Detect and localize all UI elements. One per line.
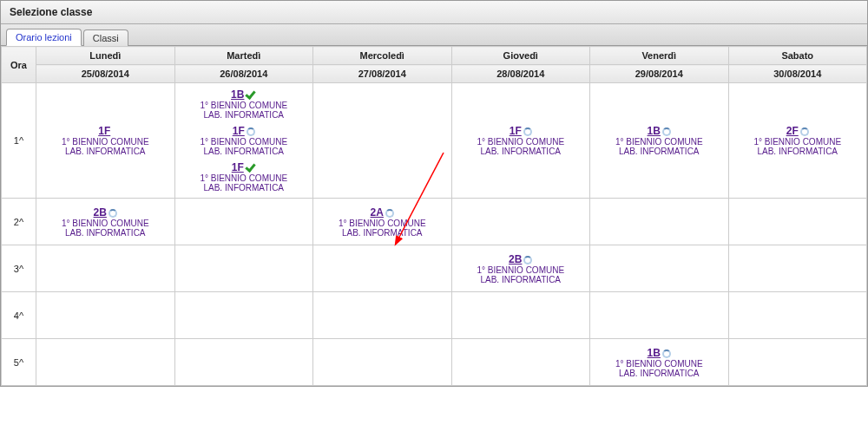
header-day-name: Giovedì: [451, 47, 590, 65]
tab-orario-lezioni[interactable]: Orario lezioni: [6, 29, 82, 46]
entry-line2: LAB. INFORMATICA: [177, 147, 312, 156]
header-day-date: 27/08/2014: [313, 65, 452, 83]
pending-icon: [108, 209, 117, 218]
entry-line2: LAB. INFORMATICA: [38, 147, 173, 156]
class-entry: 1F1° BIENNIO COMUNELAB. INFORMATICA: [38, 125, 173, 156]
header-day-date: 28/08/2014: [451, 65, 590, 83]
class-link[interactable]: 2F: [786, 125, 799, 137]
class-link[interactable]: 1F: [232, 161, 244, 173]
timetable-cell: 2A1° BIENNIO COMUNELAB. INFORMATICA: [313, 199, 452, 245]
timetable-cell: [313, 292, 452, 339]
header-day-name: Sabato: [728, 47, 867, 65]
entry-line2: LAB. INFORMATICA: [592, 369, 727, 378]
tab-classi[interactable]: Classi: [83, 29, 128, 46]
timetable-cell: [590, 199, 729, 245]
timetable-cell: [728, 199, 867, 245]
class-link[interactable]: 2B: [94, 206, 107, 219]
class-link[interactable]: 1B: [648, 125, 661, 137]
ora-cell: 2^: [2, 199, 36, 245]
timetable-cell: [451, 292, 590, 339]
timetable-cell: 2B1° BIENNIO COMUNELAB. INFORMATICA: [451, 245, 590, 292]
class-entry: 1F1° BIENNIO COMUNELAB. INFORMATICA: [177, 161, 312, 193]
tab-label: Orario lezioni: [16, 32, 72, 42]
header-day-date: 30/08/2014: [728, 65, 867, 83]
class-entry: 2B1° BIENNIO COMUNELAB. INFORMATICA: [454, 253, 589, 284]
header-day-name: Martedì: [174, 47, 313, 65]
entry-line1: 1° BIENNIO COMUNE: [454, 265, 589, 275]
class-link[interactable]: 1F: [98, 125, 110, 137]
ora-cell: 5^: [2, 339, 36, 386]
entry-line2: LAB. INFORMATICA: [454, 147, 589, 156]
timetable-cell: [728, 292, 867, 339]
class-entry: 2F1° BIENNIO COMUNELAB. INFORMATICA: [731, 125, 865, 156]
class-link[interactable]: 1F: [233, 125, 245, 137]
timetable-cell: 1B1° BIENNIO COMUNELAB. INFORMATICA: [590, 339, 729, 386]
pending-icon: [662, 349, 671, 358]
timetable-cell: [451, 199, 590, 245]
class-link[interactable]: 1B: [648, 347, 661, 359]
pending-icon: [523, 256, 532, 264]
entry-line2: LAB. INFORMATICA: [177, 183, 312, 193]
timetable-cell: [313, 339, 452, 386]
entry-line1: 1° BIENNIO COMUNE: [177, 137, 312, 147]
class-link[interactable]: 1F: [510, 125, 522, 137]
table-row: 5^1B1° BIENNIO COMUNELAB. INFORMATICA: [2, 339, 867, 386]
header-day-name: Venerdì: [590, 47, 729, 65]
pending-icon: [800, 127, 809, 136]
timetable-cell: [36, 292, 175, 339]
table-row: 3^2B1° BIENNIO COMUNELAB. INFORMATICA: [2, 245, 867, 292]
timetable-cell: [451, 339, 590, 386]
class-link[interactable]: 1B: [231, 88, 244, 101]
class-link[interactable]: 2A: [371, 206, 384, 219]
timetable-cell: [174, 339, 313, 386]
entry-line1: 1° BIENNIO COMUNE: [454, 137, 589, 147]
timetable-cell: [36, 245, 175, 292]
tab-strip: Orario lezioni Classi: [1, 24, 867, 46]
entry-line2: LAB. INFORMATICA: [592, 147, 727, 156]
entry-line2: LAB. INFORMATICA: [38, 228, 173, 238]
class-entry: 1B1° BIENNIO COMUNELAB. INFORMATICA: [177, 88, 312, 120]
entry-line1: 1° BIENNIO COMUNE: [315, 219, 450, 228]
timetable-cell: 2B1° BIENNIO COMUNELAB. INFORMATICA: [36, 199, 175, 245]
check-icon: [246, 162, 256, 173]
timetable-cell: 2F1° BIENNIO COMUNELAB. INFORMATICA: [728, 83, 867, 199]
timetable-cell: [728, 245, 867, 292]
pending-icon: [523, 127, 532, 136]
entry-line1: 1° BIENNIO COMUNE: [592, 359, 727, 369]
class-link[interactable]: 2B: [509, 253, 522, 265]
timetable-cell: [313, 83, 452, 199]
pending-icon: [385, 209, 394, 218]
entry-line2: LAB. INFORMATICA: [454, 275, 589, 284]
timetable-cell: 1F1° BIENNIO COMUNELAB. INFORMATICA: [36, 83, 175, 199]
ora-cell: 3^: [2, 245, 36, 292]
timetable-cell: [590, 245, 729, 292]
class-entry: 1B1° BIENNIO COMUNELAB. INFORMATICA: [592, 347, 727, 378]
timetable-cell: [174, 292, 313, 339]
timetable-content: Ora Lunedì Martedì Mercoledì Giovedì Ven…: [1, 46, 867, 386]
header-day-name: Mercoledì: [313, 47, 452, 65]
entry-line1: 1° BIENNIO COMUNE: [38, 137, 173, 147]
panel-title: Selezione classe: [1, 1, 867, 24]
header-day-date: 25/08/2014: [36, 65, 175, 83]
class-selection-panel: Selezione classe Orario lezioni Classi O…: [0, 0, 868, 387]
header-day-date: 26/08/2014: [174, 65, 313, 83]
entry-line1: 1° BIENNIO COMUNE: [731, 137, 865, 147]
class-entry: 2A1° BIENNIO COMUNELAB. INFORMATICA: [315, 206, 450, 238]
timetable-cell: [36, 339, 175, 386]
check-icon: [246, 89, 256, 100]
pending-icon: [662, 127, 671, 136]
pending-icon: [247, 127, 255, 136]
ora-cell: 1^: [2, 83, 36, 199]
ora-cell: 4^: [2, 292, 36, 339]
tab-label: Classi: [93, 33, 119, 43]
class-entry: 1F1° BIENNIO COMUNELAB. INFORMATICA: [177, 125, 312, 156]
class-entry: 2B1° BIENNIO COMUNELAB. INFORMATICA: [38, 206, 173, 238]
class-entry: 1F1° BIENNIO COMUNELAB. INFORMATICA: [454, 125, 589, 156]
table-row: 2^2B1° BIENNIO COMUNELAB. INFORMATICA2A1…: [2, 199, 867, 245]
timetable-cell: 1B1° BIENNIO COMUNELAB. INFORMATICA: [590, 83, 729, 199]
timetable-cell: 1B1° BIENNIO COMUNELAB. INFORMATICA1F1° …: [174, 83, 313, 199]
timetable-cell: [313, 245, 452, 292]
table-row: 1^1F1° BIENNIO COMUNELAB. INFORMATICA1B1…: [2, 83, 867, 199]
timetable-cell: [174, 199, 313, 245]
entry-line1: 1° BIENNIO COMUNE: [592, 137, 727, 147]
